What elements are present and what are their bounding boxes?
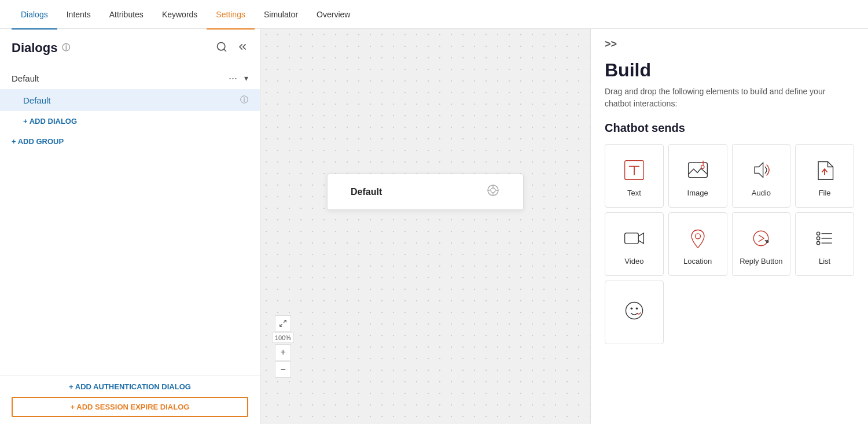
dialog-group-header[interactable]: Default ··· ▾ xyxy=(0,67,260,89)
svg-point-26 xyxy=(816,237,819,239)
zoom-in-button[interactable]: + xyxy=(275,344,291,360)
dialog-item-name: Default xyxy=(23,95,51,105)
search-button[interactable] xyxy=(216,41,227,56)
canvas-node-default[interactable]: Default xyxy=(327,174,524,210)
element-label-image: Image xyxy=(687,189,708,197)
info-circle-icon[interactable]: ⓘ xyxy=(240,95,248,105)
svg-point-21 xyxy=(754,231,768,245)
list-icon xyxy=(812,226,837,251)
canvas-area: Default 100% + − xyxy=(260,29,590,424)
svg-point-3 xyxy=(491,188,495,193)
element-card-list[interactable]: List xyxy=(795,212,854,276)
collapse-button[interactable] xyxy=(237,41,248,56)
chevron-down-icon[interactable]: ▾ xyxy=(244,73,248,83)
svg-line-1 xyxy=(224,49,226,51)
element-card-location[interactable]: Location xyxy=(668,212,727,276)
add-auth-dialog-link[interactable]: + ADD AUTHENTICATION DIALOG xyxy=(12,382,248,391)
dialog-item-default[interactable]: Default ⓘ xyxy=(0,89,260,111)
element-card-audio[interactable]: Audio xyxy=(732,144,791,208)
svg-marker-17 xyxy=(755,163,763,177)
dialog-group-default: Default ··· ▾ Default ⓘ + ADD DIALOG xyxy=(0,67,260,131)
element-card-reply-button[interactable]: Reply Button xyxy=(732,212,791,276)
element-label-list: List xyxy=(819,257,830,266)
reply-button-icon xyxy=(748,226,774,251)
file-icon xyxy=(812,157,837,183)
element-card-custom[interactable] xyxy=(605,281,664,344)
nav-simulator[interactable]: Simulator xyxy=(255,1,307,30)
more-options-button[interactable]: ··· xyxy=(229,73,237,83)
dialog-group-actions: ··· ▾ xyxy=(229,73,248,83)
panel-description: Drag and drop the following elements to … xyxy=(591,86,868,121)
elements-grid: Text Image xyxy=(591,144,868,353)
svg-point-24 xyxy=(816,232,819,235)
zoom-controls: 100% + − xyxy=(272,315,294,378)
svg-line-9 xyxy=(280,324,282,326)
sidebar-section: Default ··· ▾ Default ⓘ + ADD DIALOG + A… xyxy=(0,61,260,375)
nav-keywords[interactable]: Keywords xyxy=(153,1,207,30)
right-panel-header: >> xyxy=(591,29,868,55)
sidebar-title: Dialogs ⓘ xyxy=(12,40,70,56)
custom-icon xyxy=(621,298,647,323)
main-layout: Dialogs ⓘ Default xyxy=(0,29,868,424)
element-label-text: Text xyxy=(627,189,641,197)
target-icon[interactable] xyxy=(486,183,500,200)
sidebar: Dialogs ⓘ Default xyxy=(0,29,260,424)
svg-point-20 xyxy=(695,233,700,238)
nav-dialogs[interactable]: Dialogs xyxy=(12,1,57,30)
nav-intents[interactable]: Intents xyxy=(57,1,100,30)
svg-rect-13 xyxy=(688,163,707,177)
sidebar-title-text: Dialogs xyxy=(12,40,57,56)
top-nav: Dialogs Intents Attributes Keywords Sett… xyxy=(0,0,868,29)
text-icon xyxy=(621,157,647,183)
sidebar-footer: + ADD AUTHENTICATION DIALOG + ADD SESSIO… xyxy=(0,375,260,424)
info-icon[interactable]: ⓘ xyxy=(62,43,70,53)
element-card-video[interactable]: Video xyxy=(605,212,664,276)
svg-point-14 xyxy=(701,165,704,168)
audio-icon xyxy=(748,157,774,183)
add-dialog-link[interactable]: + ADD DIALOG xyxy=(0,111,260,131)
dialog-group-name: Default xyxy=(12,73,39,83)
element-label-reply-button: Reply Button xyxy=(740,257,782,266)
svg-point-28 xyxy=(816,241,819,244)
zoom-out-button[interactable]: − xyxy=(275,362,291,378)
add-session-expire-button[interactable]: + ADD SESSION EXPIRE DIALOG xyxy=(12,397,248,417)
element-card-file[interactable]: File xyxy=(795,144,854,208)
element-label-video: Video xyxy=(624,257,643,266)
right-panel: >> Build Drag and drop the following ele… xyxy=(590,29,868,424)
element-label-location: Location xyxy=(683,257,712,266)
nav-attributes[interactable]: Attributes xyxy=(100,1,153,30)
location-icon xyxy=(685,226,711,251)
element-label-file: File xyxy=(819,189,831,197)
panel-title: Build xyxy=(591,55,868,86)
expand-icon[interactable]: >> xyxy=(605,38,617,50)
nav-settings[interactable]: Settings xyxy=(207,1,255,30)
canvas-node-name: Default xyxy=(351,187,382,197)
svg-point-30 xyxy=(626,302,642,319)
svg-rect-19 xyxy=(625,233,639,243)
nav-overview[interactable]: Overview xyxy=(307,1,359,30)
chatbot-sends-title: Chatbot sends xyxy=(591,121,868,144)
element-label-audio: Audio xyxy=(752,189,771,197)
add-group-link[interactable]: + ADD GROUP xyxy=(0,131,260,152)
element-card-image[interactable]: Image xyxy=(668,144,727,208)
zoom-fit-button[interactable] xyxy=(275,315,291,331)
video-icon xyxy=(621,226,647,251)
image-icon xyxy=(685,157,711,183)
svg-point-32 xyxy=(636,308,638,310)
element-card-text[interactable]: Text xyxy=(605,144,664,208)
zoom-level: 100% xyxy=(272,333,294,343)
sidebar-icon-group xyxy=(216,41,248,56)
svg-line-8 xyxy=(284,320,286,323)
sidebar-header: Dialogs ⓘ xyxy=(0,29,260,61)
svg-point-31 xyxy=(631,308,633,310)
